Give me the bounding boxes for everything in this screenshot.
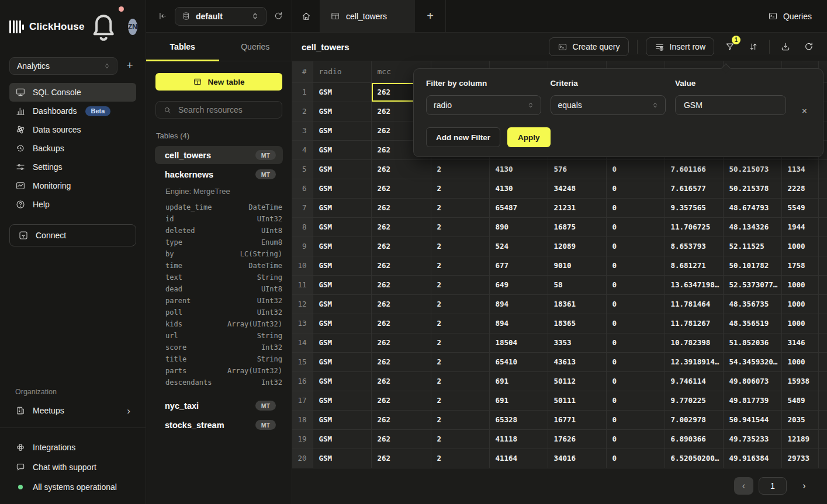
filter-column-select[interactable]: radio xyxy=(426,95,541,115)
cell[interactable]: 49.916384 xyxy=(723,449,781,468)
cell[interactable]: GSM xyxy=(313,333,371,352)
cell[interactable]: 12189 xyxy=(781,429,818,449)
cell[interactable]: 18504 xyxy=(489,333,548,352)
cell[interactable]: 11.781464 xyxy=(665,294,723,314)
cell[interactable]: 43613 xyxy=(548,352,606,371)
cell[interactable]: GSM xyxy=(313,371,371,391)
cell[interactable]: 48.674793 xyxy=(723,198,781,217)
avatar[interactable]: ZN xyxy=(128,19,137,35)
column-header[interactable]: radio xyxy=(313,61,371,82)
cell[interactable]: 0 xyxy=(606,352,665,371)
cell[interactable]: 3353 xyxy=(548,333,606,352)
cell[interactable]: 1000 xyxy=(781,294,818,314)
add-new-filter-button[interactable]: Add new Filter xyxy=(426,127,500,147)
notifications-button[interactable] xyxy=(85,8,122,46)
cell[interactable]: 2 xyxy=(431,217,489,237)
cell[interactable]: GSM xyxy=(313,237,371,256)
cell[interactable]: 65328 xyxy=(489,410,548,429)
cell[interactable]: 262 xyxy=(371,159,431,179)
row-number[interactable]: 6 xyxy=(292,179,313,198)
add-workspace-button[interactable]: + xyxy=(123,60,136,72)
page-number[interactable]: 1 xyxy=(759,477,787,495)
sidebar-item-chat-with-support[interactable]: Chat with support xyxy=(9,458,136,476)
sidebar-item-monitoring[interactable]: Monitoring xyxy=(9,176,136,195)
cell[interactable]: 11.706725 xyxy=(665,217,723,237)
cell[interactable]: 691 xyxy=(489,391,548,410)
cell[interactable]: 48.356519 xyxy=(723,314,781,333)
cell[interactable]: 15938 xyxy=(781,371,818,391)
cell[interactable]: 2228 xyxy=(781,179,818,198)
cell[interactable]: 7.616577 xyxy=(665,179,723,198)
cell[interactable]: 11.781267 xyxy=(665,314,723,333)
cell[interactable]: GSM xyxy=(313,294,371,314)
cell[interactable]: 2 xyxy=(431,391,489,410)
cell[interactable]: 262 xyxy=(371,449,431,468)
cell[interactable]: 50.941544 xyxy=(723,410,781,429)
cell[interactable]: GSM xyxy=(313,102,371,121)
cell[interactable]: 262 xyxy=(371,217,431,237)
new-table-button[interactable]: New table xyxy=(155,73,282,91)
cell[interactable]: GSM xyxy=(313,179,371,198)
cell[interactable]: 262 xyxy=(371,275,431,294)
remove-filter-button[interactable]: × xyxy=(797,102,812,119)
cell[interactable]: 2 xyxy=(431,352,489,371)
cell[interactable]: 576 xyxy=(548,159,606,179)
sidebar-item-help[interactable]: Help xyxy=(9,195,136,214)
cell[interactable]: 12.3918914… xyxy=(665,352,723,371)
cell[interactable]: 0 xyxy=(606,159,665,179)
cell[interactable]: 0 xyxy=(606,333,665,352)
cell[interactable]: 0 xyxy=(606,256,665,275)
cell[interactable]: 21231 xyxy=(548,198,606,217)
search-resources-input[interactable] xyxy=(177,105,285,115)
cell[interactable]: 262 xyxy=(371,256,431,275)
row-number[interactable]: 20 xyxy=(292,449,313,468)
table-item-cell-towers[interactable]: cell_towersMT xyxy=(155,146,283,164)
cell[interactable]: 9.770225 xyxy=(665,391,723,410)
cell[interactable]: GSM xyxy=(313,82,371,102)
cell[interactable]: 691 xyxy=(489,371,548,391)
cell[interactable]: 2 xyxy=(431,237,489,256)
cell[interactable]: 8.653793 xyxy=(665,237,723,256)
row-number[interactable]: 7 xyxy=(292,198,313,217)
queries-button[interactable]: Queries xyxy=(768,0,812,32)
tab-tables[interactable]: Tables xyxy=(146,33,219,61)
cell[interactable]: 894 xyxy=(489,294,548,314)
cell[interactable]: 49.817739 xyxy=(723,391,781,410)
cell[interactable]: 16875 xyxy=(548,217,606,237)
cell[interactable]: 52.11525 xyxy=(723,237,781,256)
cell[interactable]: 3146 xyxy=(781,333,818,352)
cell[interactable]: 7.601166 xyxy=(665,159,723,179)
cell[interactable]: 0 xyxy=(606,198,665,217)
cell[interactable]: 5489 xyxy=(781,391,818,410)
cell[interactable]: GSM xyxy=(313,140,371,159)
filter-criteria-select[interactable]: equals xyxy=(551,95,666,115)
cell[interactable]: 51.852036 xyxy=(723,333,781,352)
cell[interactable]: 0 xyxy=(606,179,665,198)
row-number[interactable]: 12 xyxy=(292,294,313,314)
cell[interactable]: 48.134326 xyxy=(723,217,781,237)
cell[interactable]: 890 xyxy=(489,217,548,237)
cell[interactable]: GSM xyxy=(313,449,371,468)
cell[interactable]: 2 xyxy=(431,159,489,179)
sidebar-item-meetups[interactable]: Meetups › xyxy=(9,402,136,419)
cell[interactable]: 262 xyxy=(371,352,431,371)
cell[interactable]: 0 xyxy=(606,217,665,237)
download-button[interactable] xyxy=(778,39,793,54)
search-resources-box[interactable] xyxy=(155,101,282,119)
row-number[interactable]: 3 xyxy=(292,121,313,140)
table-item-nyc-taxi[interactable]: nyc_taxiMT xyxy=(155,397,283,415)
cell[interactable]: GSM xyxy=(313,275,371,294)
cell[interactable]: GSM xyxy=(313,410,371,429)
cell[interactable]: GSM xyxy=(313,121,371,140)
cell[interactable]: 1000 xyxy=(781,314,818,333)
cell[interactable]: 2 xyxy=(431,410,489,429)
filter-button[interactable]: 1 xyxy=(722,39,738,54)
cell[interactable]: 649 xyxy=(489,275,548,294)
cell[interactable]: 2 xyxy=(431,294,489,314)
cell[interactable]: 7.002978 xyxy=(665,410,723,429)
cell[interactable]: 9010 xyxy=(548,256,606,275)
cell[interactable]: 1758 xyxy=(781,256,818,275)
sort-button[interactable] xyxy=(746,39,761,54)
row-number-header[interactable]: # xyxy=(292,61,313,82)
sidebar-item-backups[interactable]: Backups xyxy=(9,139,136,158)
